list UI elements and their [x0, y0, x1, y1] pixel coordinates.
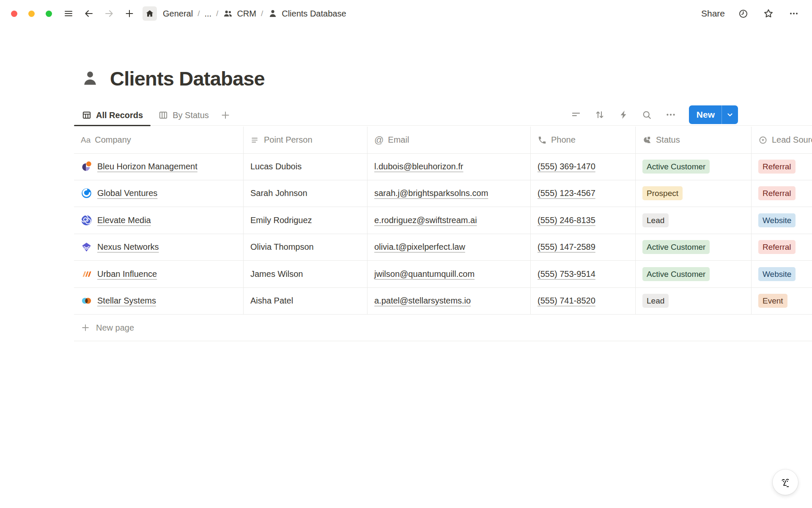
- home-button[interactable]: [143, 6, 157, 21]
- view-tab-all-records[interactable]: All Records: [74, 105, 151, 125]
- cell-email[interactable]: olivia.t@pixelperfect.law: [368, 234, 531, 261]
- table-row-global-ventures: Global VenturesSarah Johnsonsarah.j@brig…: [74, 180, 812, 207]
- cell-company[interactable]: Bleu Horizon Management: [74, 153, 244, 180]
- cell-point-person[interactable]: Sarah Johnson: [244, 180, 368, 207]
- back-icon: [84, 8, 94, 19]
- email-link[interactable]: sarah.j@brightsparksolns.com: [374, 188, 488, 198]
- breadcrumb-item-clients-database[interactable]: Clients Database: [268, 8, 346, 19]
- phone-link[interactable]: (555) 147-2589: [538, 242, 595, 252]
- cell-phone[interactable]: (555) 753-9514: [531, 261, 636, 287]
- cell-email[interactable]: jwilson@quantumquill.com: [368, 261, 531, 287]
- view-options-button[interactable]: [664, 108, 677, 121]
- sort-button[interactable]: [593, 108, 606, 121]
- breadcrumb-item-crm[interactable]: CRM: [223, 8, 256, 19]
- phone-link[interactable]: (555) 123-4567: [538, 188, 595, 198]
- view-toolbar: New: [570, 105, 738, 125]
- cell-company[interactable]: Global Ventures: [74, 180, 244, 207]
- cell-lead-source[interactable]: Referral: [752, 234, 812, 261]
- cell-phone[interactable]: (555) 123-4567: [531, 180, 636, 207]
- cell-point-person[interactable]: Olivia Thompson: [244, 234, 368, 261]
- cell-phone[interactable]: (555) 369-1470: [531, 153, 636, 180]
- new-page-label: New page: [96, 323, 134, 333]
- column-header-company[interactable]: AaCompany: [74, 127, 244, 153]
- cell-lead-source[interactable]: Referral: [752, 180, 812, 207]
- company-name-link[interactable]: Bleu Horizon Management: [97, 162, 198, 171]
- cell-company[interactable]: Stellar Systems: [74, 288, 244, 315]
- cell-email[interactable]: a.patel@stellarsystems.io: [368, 288, 531, 315]
- cell-point-person[interactable]: Emily Rodriguez: [244, 207, 368, 234]
- cell-status[interactable]: Lead: [636, 207, 752, 234]
- column-header-lead-source[interactable]: Lead Source: [752, 127, 812, 153]
- email-link[interactable]: jwilson@quantumquill.com: [374, 269, 475, 279]
- cell-lead-source[interactable]: Event: [752, 288, 812, 315]
- cell-company[interactable]: Urban Influence: [74, 261, 244, 287]
- column-header-status[interactable]: Status: [636, 127, 752, 153]
- breadcrumb-item-general[interactable]: General: [163, 9, 193, 19]
- sidebar-menu-button[interactable]: [61, 6, 76, 21]
- status-tag-lead: Lead: [642, 213, 669, 227]
- search-icon: [642, 110, 652, 120]
- automation-bolt-button[interactable]: [617, 108, 630, 121]
- share-button[interactable]: Share: [701, 8, 725, 19]
- column-header-phone[interactable]: Phone: [531, 127, 636, 153]
- zoom-window-button[interactable]: [46, 11, 52, 17]
- cell-company[interactable]: Nexus Networks: [74, 234, 244, 261]
- cell-point-person[interactable]: Aisha Patel: [244, 288, 368, 315]
- more-options-button[interactable]: [787, 6, 801, 21]
- phone-link[interactable]: (555) 753-9514: [538, 269, 595, 279]
- company-name-link[interactable]: Nexus Networks: [97, 242, 159, 252]
- breadcrumb-item-more[interactable]: ...: [204, 9, 211, 19]
- cell-lead-source[interactable]: Website: [752, 207, 812, 234]
- forward-button[interactable]: [102, 6, 116, 21]
- updates-clock-button[interactable]: [736, 6, 750, 21]
- cell-status[interactable]: Active Customer: [636, 153, 752, 180]
- cell-status[interactable]: Lead: [636, 288, 752, 315]
- favorite-star-button[interactable]: [761, 6, 776, 21]
- cell-lead-source[interactable]: Referral: [752, 153, 812, 180]
- cell-point-person[interactable]: Lucas Dubois: [244, 153, 368, 180]
- add-view-button[interactable]: [218, 108, 233, 122]
- column-header-email[interactable]: @Email: [368, 127, 531, 153]
- email-link[interactable]: e.rodriguez@swiftstream.ai: [374, 215, 477, 225]
- cell-company[interactable]: Elevate Media: [74, 207, 244, 234]
- cell-phone[interactable]: (555) 741-8520: [531, 288, 636, 315]
- email-property-icon: @: [374, 135, 384, 145]
- new-page-row[interactable]: New page: [74, 315, 812, 341]
- cell-phone[interactable]: (555) 246-8135: [531, 207, 636, 234]
- close-window-button[interactable]: [11, 11, 17, 17]
- company-name-link[interactable]: Stellar Systems: [97, 296, 156, 306]
- column-header-point-person[interactable]: Point Person: [244, 127, 368, 153]
- search-button[interactable]: [641, 108, 653, 121]
- new-tab-button[interactable]: [122, 6, 137, 21]
- cell-point-person[interactable]: James Wilson: [244, 261, 368, 287]
- phone-link[interactable]: (555) 369-1470: [538, 162, 595, 171]
- company-name-link[interactable]: Urban Influence: [97, 269, 157, 279]
- company-logo-icon: [81, 241, 92, 253]
- phone-link[interactable]: (555) 246-8135: [538, 215, 595, 225]
- cell-lead-source[interactable]: Website: [752, 261, 812, 287]
- email-link[interactable]: olivia.t@pixelperfect.law: [374, 242, 465, 252]
- company-name-link[interactable]: Elevate Media: [97, 215, 151, 225]
- filter-button[interactable]: [570, 108, 582, 121]
- cell-email[interactable]: sarah.j@brightsparksolns.com: [368, 180, 531, 207]
- cell-email[interactable]: l.dubois@bleuhorizon.fr: [368, 153, 531, 180]
- clock-icon: [738, 8, 749, 19]
- view-tab-by-status[interactable]: By Status: [151, 105, 217, 125]
- table-row-urban-influence: Urban InfluenceJames Wilsonjwilson@quant…: [74, 261, 812, 288]
- company-name-link[interactable]: Global Ventures: [97, 188, 157, 198]
- phone-link[interactable]: (555) 741-8520: [538, 296, 595, 306]
- notion-ai-button[interactable]: [773, 469, 798, 495]
- new-record-button[interactable]: New: [689, 105, 738, 124]
- email-link[interactable]: l.dubois@bleuhorizon.fr: [374, 162, 463, 171]
- page-person-icon[interactable]: [80, 69, 100, 88]
- cell-status[interactable]: Active Customer: [636, 234, 752, 261]
- cell-status[interactable]: Prospect: [636, 180, 752, 207]
- cell-phone[interactable]: (555) 147-2589: [531, 234, 636, 261]
- chevron-down-icon[interactable]: [722, 110, 738, 120]
- minimize-window-button[interactable]: [28, 11, 35, 17]
- email-link[interactable]: a.patel@stellarsystems.io: [374, 296, 471, 306]
- table-row-stellar-systems: Stellar SystemsAisha Patela.patel@stella…: [74, 288, 812, 315]
- cell-email[interactable]: e.rodriguez@swiftstream.ai: [368, 207, 531, 234]
- back-button[interactable]: [82, 6, 96, 21]
- cell-status[interactable]: Active Customer: [636, 261, 752, 287]
